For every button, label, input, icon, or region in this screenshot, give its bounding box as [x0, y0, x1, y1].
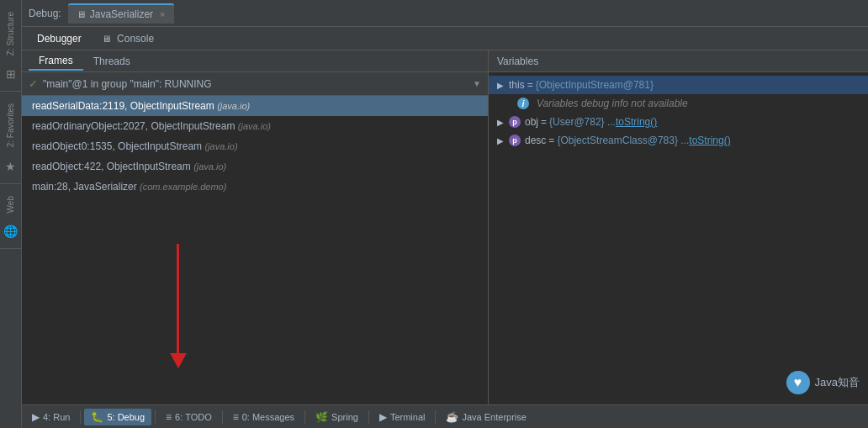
- frame-item[interactable]: readSerialData:2119, ObjectInputStream (…: [22, 96, 488, 116]
- var-name-desc: desc: [525, 135, 546, 146]
- watermark-text: Java知音: [815, 375, 860, 390]
- frame-item[interactable]: readObject0:1535, ObjectInputStream (jav…: [22, 136, 488, 156]
- favorites-star-icon: ★: [3, 158, 19, 175]
- run-button[interactable]: ▶ 4: Run: [25, 409, 77, 425]
- var-value-desc: {ObjectStreamClass@783} ...: [557, 135, 689, 146]
- todo-icon: ≡: [166, 411, 172, 423]
- variables-header: Variables: [489, 50, 868, 72]
- tab-frames[interactable]: Frames: [29, 52, 83, 71]
- var-info-text: Variables debug info not available: [537, 98, 688, 109]
- java-enterprise-label: Java Enterprise: [462, 412, 526, 422]
- debug-label: Debug:: [29, 8, 61, 19]
- var-eq-desc: =: [548, 135, 554, 146]
- debugger-button[interactable]: Debugger: [29, 30, 90, 47]
- var-name-this: this: [509, 79, 525, 91]
- btn-separator: [155, 410, 156, 424]
- variable-desc[interactable]: ▶ p desc = {ObjectStreamClass@783} ... t…: [489, 131, 868, 150]
- thread-text: "main"@1 in group "main": RUNNING: [43, 78, 473, 90]
- frame-method: readOrdinaryObject:2027, ObjectInputStre…: [32, 120, 235, 132]
- sidebar-section-structure: Z: Structure ⊞: [0, 0, 21, 92]
- terminal-label: Terminal: [390, 412, 426, 422]
- messages-button[interactable]: ≡ 0: Messages: [226, 409, 301, 425]
- frame-method: main:28, JavaSerializer: [32, 181, 137, 193]
- btn-separator: [304, 410, 305, 424]
- java-enterprise-icon: ☕: [446, 411, 458, 423]
- tab-close-button[interactable]: ×: [160, 9, 165, 19]
- tab-name: JavaSerializer: [90, 8, 153, 20]
- console-button[interactable]: 🖥 Console: [93, 30, 162, 47]
- btn-separator: [80, 410, 81, 424]
- structure-icon: ⊞: [3, 66, 19, 82]
- console-icon: 🖥: [102, 34, 111, 44]
- frame-method: readObject0:1535, ObjectInputStream: [32, 140, 202, 152]
- left-panel: Frames Threads ✓ "main"@1 in group "main…: [22, 50, 489, 404]
- tab-threads[interactable]: Threads: [83, 53, 140, 70]
- var-icon-obj: p: [509, 116, 521, 128]
- var-tostring-desc[interactable]: toString(): [689, 135, 730, 146]
- tab-file-icon: 🖥: [77, 9, 86, 19]
- var-expand-arrow-this[interactable]: ▶: [497, 81, 505, 90]
- info-icon: i: [517, 98, 529, 109]
- variables-list: ▶ this = {ObjectInputStream@781} i Varia…: [489, 72, 868, 404]
- debug-label: 5: Debug: [107, 412, 145, 422]
- left-sidebar: Z: Structure ⊞ 2: Favorites ★ Web 🌐: [0, 0, 22, 428]
- messages-icon: ≡: [233, 411, 239, 423]
- btn-separator: [435, 410, 436, 424]
- panel-tabs: Frames Threads: [22, 50, 488, 72]
- variable-info: i Variables debug info not available: [489, 94, 868, 113]
- content-area: Frames Threads ✓ "main"@1 in group "main…: [22, 50, 868, 404]
- web-icon: 🌐: [3, 223, 19, 240]
- frame-method: readSerialData:2119, ObjectInputStream: [32, 100, 214, 112]
- run-icon: ▶: [32, 411, 40, 423]
- top-bar: Debug: 🖥 JavaSerializer ×: [22, 0, 868, 27]
- debug-button[interactable]: 🐛 5: Debug: [84, 409, 151, 425]
- thread-checkmark-icon: ✓: [29, 77, 38, 90]
- var-eq-this: =: [527, 79, 533, 91]
- todo-button[interactable]: ≡ 6: TODO: [159, 409, 219, 425]
- frame-package: (java.io): [217, 101, 250, 111]
- sidebar-label-web[interactable]: Web: [4, 189, 17, 219]
- var-expand-arrow-obj[interactable]: ▶: [497, 118, 505, 127]
- watermark: ♥ Java知音: [786, 371, 860, 394]
- right-panel: Variables ▶ this = {ObjectInputStream@78…: [489, 50, 868, 404]
- frame-package: (java.io): [238, 121, 271, 131]
- var-icon-desc: p: [509, 135, 521, 146]
- spring-label: Spring: [331, 412, 358, 422]
- spring-icon: 🌿: [315, 411, 328, 423]
- dropdown-arrow-icon[interactable]: ▼: [473, 79, 481, 88]
- frame-item[interactable]: main:28, JavaSerializer (com.example.dem…: [22, 177, 488, 197]
- sidebar-section-web: Web 🌐: [0, 184, 21, 249]
- var-value-obj: {User@782} ...: [549, 116, 616, 128]
- java-enterprise-button[interactable]: ☕ Java Enterprise: [439, 409, 532, 425]
- var-value-this: {ObjectInputStream@781}: [536, 79, 654, 91]
- java-serializer-tab[interactable]: 🖥 JavaSerializer ×: [68, 3, 174, 24]
- sidebar-section-favorites: 2: Favorites ★: [0, 92, 21, 183]
- frames-list: readSerialData:2119, ObjectInputStream (…: [22, 96, 488, 404]
- todo-label: 6: TODO: [175, 412, 212, 422]
- frame-item[interactable]: readObject:422, ObjectInputStream (java.…: [22, 156, 488, 177]
- bottom-bar: ▶ 4: Run 🐛 5: Debug ≡ 6: TODO ≡ 0: Messa…: [22, 404, 868, 428]
- spring-button[interactable]: 🌿 Spring: [309, 409, 365, 425]
- var-eq-obj: =: [541, 116, 547, 128]
- terminal-icon: ▶: [379, 411, 387, 423]
- main-content: Debug: 🖥 JavaSerializer × Debugger 🖥 Con…: [22, 0, 868, 428]
- variable-this[interactable]: ▶ this = {ObjectInputStream@781}: [489, 76, 868, 94]
- watermark-icon: ♥: [786, 371, 810, 394]
- var-name-obj: obj: [525, 116, 538, 128]
- sidebar-label-favorites[interactable]: 2: Favorites: [4, 97, 17, 154]
- sidebar-label-structure[interactable]: Z: Structure: [4, 5, 17, 62]
- tool-bar: Debugger 🖥 Console: [22, 27, 868, 50]
- variable-obj[interactable]: ▶ p obj = {User@782} ... toString(): [489, 113, 868, 131]
- frame-item[interactable]: readOrdinaryObject:2027, ObjectInputStre…: [22, 116, 488, 136]
- var-expand-arrow-desc[interactable]: ▶: [497, 136, 505, 145]
- messages-label: 0: Messages: [242, 412, 294, 422]
- debugger-label: Debugger: [37, 33, 82, 45]
- frame-package: (java.io): [193, 161, 226, 172]
- var-tostring-obj[interactable]: toString(): [616, 116, 657, 128]
- frame-package: (com.example.demo): [140, 182, 226, 192]
- run-label: 4: Run: [43, 412, 70, 422]
- debug-icon: 🐛: [91, 411, 103, 423]
- frame-package: (java.io): [204, 141, 237, 151]
- terminal-button[interactable]: ▶ Terminal: [373, 409, 432, 425]
- thread-selector[interactable]: ✓ "main"@1 in group "main": RUNNING ▼: [22, 72, 488, 96]
